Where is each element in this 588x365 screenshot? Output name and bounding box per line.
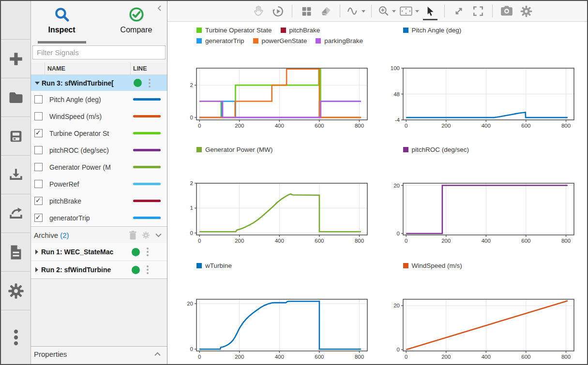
export-button[interactable] bbox=[1, 194, 30, 233]
zoom-in-button[interactable] bbox=[377, 3, 396, 19]
legend-item[interactable]: parkingBrake bbox=[316, 37, 363, 44]
plot-toolbar bbox=[167, 1, 587, 22]
signal-checkbox[interactable] bbox=[34, 95, 43, 103]
signal-checkbox[interactable] bbox=[34, 180, 43, 188]
series-pitchroc-deg-sec-[interactable] bbox=[406, 186, 568, 234]
chevron-down-icon[interactable] bbox=[155, 232, 162, 239]
expander-right-icon[interactable] bbox=[35, 249, 38, 254]
chart-windspeed[interactable]: 0200400600800020 bbox=[381, 297, 581, 363]
signal-name: Generator Power (M bbox=[49, 163, 130, 171]
import-button[interactable] bbox=[1, 156, 30, 194]
more-options-button[interactable] bbox=[1, 310, 30, 364]
series-generatortrip[interactable] bbox=[199, 102, 361, 118]
run-status-dot bbox=[132, 266, 140, 274]
x-tick-label: 0 bbox=[198, 354, 201, 360]
legend-item[interactable]: pitchROC (deg/sec) bbox=[403, 146, 469, 153]
expander-down-icon[interactable] bbox=[35, 82, 40, 85]
legend-swatch-icon bbox=[316, 38, 321, 44]
legend-item[interactable]: Turbine Operator State bbox=[196, 27, 272, 34]
expand-button[interactable] bbox=[451, 3, 467, 19]
arrow-cursor-button[interactable] bbox=[422, 3, 438, 19]
create-report-button[interactable] bbox=[1, 233, 30, 272]
legend-item[interactable]: pitchBrake bbox=[281, 27, 320, 34]
trash-icon[interactable] bbox=[129, 231, 137, 240]
archive-label[interactable]: Archive (2) bbox=[34, 231, 129, 239]
legend-item[interactable]: Generator Power (MW) bbox=[196, 146, 273, 153]
signal-row[interactable]: Generator Power (M bbox=[31, 159, 167, 175]
tab-inspect[interactable]: Inspect bbox=[38, 5, 86, 42]
fit-to-view-button[interactable] bbox=[399, 3, 419, 19]
chart-pitch-angle[interactable]: 0200400600800-448100 bbox=[381, 66, 581, 131]
archive-run-row[interactable]: Run 1: WEC_StateMac bbox=[31, 243, 167, 261]
subplot-generator-power: Generator Power (MW) 0200400600800012 bbox=[174, 141, 374, 257]
series-wturbine[interactable] bbox=[199, 301, 361, 349]
add-button[interactable] bbox=[1, 40, 30, 78]
legend-swatch-icon bbox=[253, 38, 258, 44]
signal-row[interactable]: generatorTrip bbox=[31, 209, 167, 226]
signal-line-swatch[interactable] bbox=[133, 183, 161, 185]
chart-generator-power[interactable]: 0200400600800012 bbox=[174, 181, 374, 247]
signal-line-swatch[interactable] bbox=[133, 166, 161, 168]
series-turbine-operator-state[interactable] bbox=[199, 69, 361, 117]
table-header: NAME LINE bbox=[31, 62, 167, 75]
fullscreen-button[interactable] bbox=[470, 3, 486, 19]
open-button[interactable] bbox=[1, 78, 30, 117]
legend-item[interactable]: powerGenState bbox=[253, 37, 307, 44]
series-generator-power-mw-[interactable] bbox=[199, 194, 361, 232]
series-pitch-angle-deg-[interactable] bbox=[406, 112, 568, 117]
signal-line-swatch[interactable] bbox=[133, 115, 161, 117]
properties-bar[interactable]: Properties bbox=[31, 346, 167, 361]
legend-item[interactable]: WindSpeed (m/s) bbox=[403, 262, 462, 269]
archive-gear-icon[interactable] bbox=[142, 231, 150, 239]
run-status-dot bbox=[134, 79, 142, 87]
series-parkingbrake[interactable] bbox=[199, 102, 361, 118]
expand-arrows-icon bbox=[452, 5, 465, 17]
chart-operator-states[interactable]: 020040060080002 bbox=[174, 66, 374, 131]
collapse-sidebar-button[interactable] bbox=[156, 5, 163, 14]
series-windspeed-m-s-[interactable] bbox=[406, 301, 568, 350]
archive-run-row[interactable]: Run 2: sfWindTurbine bbox=[31, 261, 167, 279]
snapshot-button[interactable] bbox=[498, 3, 515, 19]
run-menu-icon[interactable] bbox=[144, 265, 151, 274]
tab-compare[interactable]: Compare bbox=[112, 5, 161, 42]
legend-item[interactable]: generatorTrip bbox=[196, 37, 244, 44]
signal-checkbox[interactable] bbox=[34, 112, 43, 120]
filter-signals-input[interactable] bbox=[32, 45, 166, 59]
signal-row[interactable]: pitchBrake bbox=[31, 192, 167, 209]
save-button[interactable] bbox=[1, 117, 30, 156]
signal-checkbox[interactable] bbox=[34, 197, 43, 205]
legend-item[interactable]: wTurbine bbox=[196, 262, 232, 269]
signal-checkbox[interactable] bbox=[34, 163, 43, 171]
signal-line-swatch[interactable] bbox=[133, 98, 161, 101]
signal-options-button[interactable] bbox=[346, 3, 365, 19]
replay-button[interactable] bbox=[270, 3, 286, 19]
eraser-button[interactable] bbox=[317, 3, 334, 19]
signal-line-swatch[interactable] bbox=[133, 149, 161, 151]
plot-settings-button[interactable] bbox=[518, 3, 534, 19]
signal-checkbox[interactable] bbox=[34, 146, 43, 154]
signal-checkbox[interactable] bbox=[34, 129, 43, 137]
fit-to-view-icon bbox=[399, 5, 413, 17]
save-icon bbox=[8, 128, 24, 145]
chart-pitchroc[interactable]: 0200400600800020 bbox=[381, 181, 581, 247]
signal-checkbox[interactable] bbox=[34, 214, 43, 222]
pan-hand-button[interactable] bbox=[250, 3, 267, 19]
run-row-current[interactable]: Run 3: sfWindTurbine[ bbox=[31, 75, 167, 91]
signal-line-swatch[interactable] bbox=[133, 217, 161, 219]
run-menu-icon[interactable] bbox=[144, 248, 151, 256]
legend-item[interactable]: Pitch Angle (deg) bbox=[403, 27, 462, 34]
dropdown-caret-icon bbox=[392, 10, 396, 13]
signal-line-swatch[interactable] bbox=[133, 132, 161, 134]
run-menu-icon[interactable] bbox=[146, 79, 153, 88]
expander-right-icon[interactable] bbox=[35, 267, 38, 272]
signal-row[interactable]: Pitch Angle (deg) bbox=[31, 91, 167, 108]
signal-row[interactable]: PowerRef bbox=[31, 175, 167, 192]
chart-wturbine[interactable]: 0200400600800020 bbox=[174, 297, 374, 363]
series-powergenstate[interactable] bbox=[199, 69, 361, 117]
signal-row[interactable]: WindSpeed (m/s) bbox=[31, 108, 167, 125]
preferences-button[interactable] bbox=[1, 272, 30, 310]
signal-row[interactable]: pitchROC (deg/sec) bbox=[31, 142, 167, 159]
signal-line-swatch[interactable] bbox=[133, 200, 161, 202]
signal-row[interactable]: Turbine Operator St bbox=[31, 125, 167, 142]
layout-grid-button[interactable] bbox=[298, 3, 315, 19]
